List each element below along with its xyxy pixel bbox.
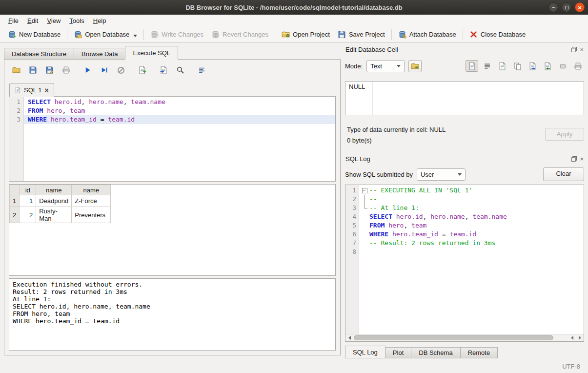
sql-log-view[interactable]: 1-- EXECUTING ALL IN 'SQL 1'2--3-- At li… bbox=[345, 185, 584, 342]
cell-editor[interactable]: NULL bbox=[345, 81, 584, 115]
print-sql-button[interactable] bbox=[60, 64, 72, 76]
menu-edit[interactable]: Edit bbox=[23, 16, 42, 26]
log-line: 4SELECT hero.id, hero.name, team.name bbox=[345, 212, 584, 221]
close-button[interactable]: × bbox=[575, 2, 585, 12]
log-line: 5FROM hero, team bbox=[345, 221, 584, 230]
revert-changes-icon bbox=[211, 30, 220, 39]
save-sql-as-button[interactable] bbox=[43, 64, 56, 76]
toolbar-label: Open Project bbox=[293, 31, 330, 38]
fold-marker[interactable] bbox=[362, 186, 369, 195]
row-number: 2 bbox=[10, 207, 20, 223]
toolbar-separator bbox=[463, 29, 463, 40]
tab-execute-sql[interactable]: Execute SQL bbox=[125, 46, 178, 60]
toolbar-separator bbox=[275, 29, 275, 40]
open-sql-file-button[interactable] bbox=[10, 64, 22, 76]
open-database-icon bbox=[74, 30, 82, 39]
close-database-button[interactable]: Close Database bbox=[466, 28, 530, 41]
clear-log-button[interactable]: Clear bbox=[543, 167, 584, 181]
import-cell-button[interactable] bbox=[541, 60, 554, 72]
scrollbar-thumb[interactable] bbox=[354, 335, 553, 340]
sql-editor[interactable]: 1SELECT hero.id, hero.name, team.name2FR… bbox=[9, 96, 336, 182]
tab-sql-log[interactable]: SQL Log bbox=[345, 346, 385, 358]
wrap-lines-button[interactable] bbox=[481, 60, 493, 72]
line-number: 2 bbox=[345, 195, 359, 204]
result-cell[interactable]: Preventers bbox=[72, 207, 111, 223]
attach-database-icon bbox=[398, 30, 406, 39]
chevron-down-icon[interactable] bbox=[133, 35, 137, 37]
play-icon bbox=[83, 66, 92, 74]
save-sql-file-button[interactable] bbox=[27, 64, 39, 76]
result-cell[interactable]: Z-Force bbox=[72, 195, 111, 207]
menu-tools[interactable]: Tools bbox=[65, 16, 88, 26]
results-header[interactable]: id bbox=[20, 185, 36, 195]
toolbar-separator bbox=[391, 29, 392, 40]
write-changes-button: Write Changes bbox=[146, 28, 207, 41]
export-cell-button[interactable] bbox=[526, 60, 539, 72]
tab-close-icon[interactable]: × bbox=[44, 87, 48, 94]
save-project-button[interactable]: Save Project bbox=[334, 28, 389, 41]
mode-select[interactable]: Text bbox=[366, 60, 405, 72]
json-mode-button[interactable] bbox=[496, 60, 508, 72]
open-in-new-tab-button[interactable] bbox=[158, 64, 170, 76]
result-row[interactable]: 11DeadpondZ-Force bbox=[10, 195, 111, 207]
format-sql-button[interactable] bbox=[196, 64, 208, 76]
log-filter-select[interactable]: User bbox=[417, 168, 466, 181]
horizontal-scrollbar[interactable] bbox=[345, 334, 584, 341]
encoding-indicator[interactable]: UTF-8 bbox=[562, 363, 580, 370]
tab-remote[interactable]: Remote bbox=[460, 347, 498, 358]
execution-message[interactable]: Execution finished without errors.Result… bbox=[9, 278, 336, 351]
write-changes-icon bbox=[150, 30, 159, 39]
open-project-icon bbox=[282, 30, 290, 39]
message-line: SELECT hero.id, hero.name, team.name bbox=[13, 303, 332, 310]
sql-tab[interactable]: SQL 1 × bbox=[9, 83, 54, 97]
float-dock-icon[interactable] bbox=[571, 156, 577, 162]
text-doc-icon bbox=[468, 62, 476, 70]
menu-view[interactable]: View bbox=[42, 16, 65, 26]
float-dock-icon[interactable] bbox=[571, 47, 577, 52]
results-header[interactable]: name bbox=[36, 185, 72, 195]
new-sql-tab-button[interactable] bbox=[136, 64, 148, 76]
result-cell[interactable]: Deadpond bbox=[36, 195, 72, 207]
edit-cell-dock-title: Edit Database Cell bbox=[345, 46, 398, 53]
copy-icon bbox=[513, 62, 522, 70]
execute-all-button[interactable] bbox=[81, 64, 94, 76]
open-project-button[interactable]: Open Project bbox=[278, 28, 334, 41]
print-cell-button[interactable] bbox=[571, 60, 584, 72]
close-dock-icon[interactable]: × bbox=[580, 46, 584, 53]
copy-cell-button[interactable] bbox=[511, 60, 524, 72]
result-row[interactable]: 22Rusty-ManPreventers bbox=[10, 207, 111, 223]
minimize-button[interactable]: – bbox=[548, 2, 558, 12]
tab-browse-data[interactable]: Browse Data bbox=[74, 48, 125, 60]
execute-current-line-button[interactable] bbox=[98, 64, 110, 76]
result-cell[interactable]: 1 bbox=[20, 195, 36, 207]
arrow-right-icon bbox=[579, 336, 581, 340]
menu-file[interactable]: File bbox=[4, 16, 23, 26]
find-button[interactable] bbox=[174, 64, 186, 76]
set-null-button[interactable] bbox=[556, 60, 569, 72]
attach-database-button[interactable]: Attach Database bbox=[394, 28, 460, 41]
maximize-button[interactable] bbox=[562, 2, 571, 12]
scroll-right-button[interactable] bbox=[576, 334, 584, 341]
result-cell[interactable]: Rusty-Man bbox=[36, 207, 72, 223]
tab-plot[interactable]: Plot bbox=[385, 347, 411, 358]
result-cell[interactable]: 2 bbox=[20, 207, 36, 223]
results-grid[interactable]: idnamename11DeadpondZ-Force22Rusty-ManPr… bbox=[9, 184, 336, 276]
sql-toolbar bbox=[4, 60, 340, 81]
menu-help[interactable]: Help bbox=[89, 16, 111, 26]
scrollbar-track[interactable] bbox=[353, 334, 568, 341]
left-pane: Database Structure Browse Data Execute S… bbox=[4, 46, 341, 355]
edit-cell-dock-header: Edit Database Cell × bbox=[345, 45, 584, 54]
tab-db-schema[interactable]: DB Schema bbox=[411, 347, 460, 358]
message-line: Result: 2 rows returned in 3ms bbox=[13, 288, 332, 295]
text-mode-button[interactable] bbox=[466, 60, 478, 72]
import-data-button[interactable] bbox=[408, 60, 422, 72]
line-number: 2 bbox=[9, 106, 24, 115]
scroll-left-button-alt[interactable] bbox=[568, 334, 576, 341]
close-dock-icon[interactable]: × bbox=[580, 156, 584, 162]
scroll-left-button[interactable] bbox=[345, 334, 353, 341]
results-header[interactable]: name bbox=[72, 185, 111, 195]
new-database-button[interactable]: New Database bbox=[4, 28, 64, 41]
open-database-button[interactable]: Open Database bbox=[70, 28, 141, 41]
tab-database-structure[interactable]: Database Structure bbox=[4, 48, 74, 60]
message-line: FROM hero, team bbox=[13, 310, 332, 317]
